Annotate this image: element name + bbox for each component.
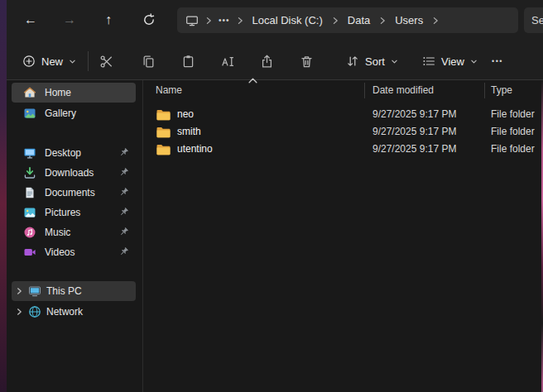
sidebar-item-label: Desktop	[45, 147, 81, 159]
column-resize-handle[interactable]	[484, 83, 485, 98]
more-icon: •••	[492, 57, 503, 65]
refresh-button[interactable]	[137, 7, 161, 32]
home-icon	[23, 86, 36, 99]
file-type: File folder	[491, 106, 535, 123]
back-icon: ←	[24, 12, 37, 27]
sidebar-item-label: Videos	[45, 246, 74, 258]
file-date-modified: 9/27/2025 9:17 PM	[372, 123, 456, 141]
breadcrumb-local-disk[interactable]: Local Disk (C:)	[250, 13, 325, 27]
pin-icon	[118, 207, 129, 218]
file-name: utentino	[177, 141, 213, 158]
rename-button[interactable]	[213, 49, 243, 74]
sidebar-item-this-pc[interactable]: This PC	[12, 281, 136, 301]
this-pc-icon	[28, 284, 41, 298]
column-resize-handle[interactable]	[364, 83, 365, 98]
desktop-edge-left	[0, 0, 7, 392]
file-name: smith	[177, 123, 201, 141]
pin-icon	[118, 167, 129, 179]
breadcrumb-chevron-icon[interactable]	[431, 17, 440, 25]
sort-icon	[346, 55, 359, 68]
paste-button[interactable]	[173, 49, 203, 74]
new-button-label: New	[41, 55, 63, 68]
gallery-icon	[23, 107, 36, 120]
sidebar-item-desktop[interactable]: Desktop	[12, 143, 136, 163]
sidebar-item-label: Gallery	[45, 108, 76, 119]
chevron-down-icon	[470, 58, 478, 65]
sidebar-item-label: This PC	[46, 285, 82, 297]
sort-button-label: Sort	[365, 55, 385, 68]
file-date-modified: 9/27/2025 9:17 PM	[372, 106, 456, 123]
breadcrumb-chevron-icon[interactable]	[236, 17, 244, 25]
share-icon	[260, 55, 274, 69]
view-button[interactable]: View	[414, 49, 486, 74]
share-button[interactable]	[252, 49, 281, 74]
breadcrumb-chevron-icon[interactable]	[378, 17, 387, 25]
file-explorer-window: ← → ↑ ••• Local Disk (C:)	[0, 0, 543, 392]
pin-icon	[118, 246, 129, 258]
delete-button[interactable]	[291, 49, 321, 74]
file-type: File folder	[491, 141, 535, 158]
pin-icon	[118, 147, 129, 159]
back-button[interactable]: ←	[18, 7, 43, 32]
documents-icon	[23, 186, 36, 199]
sidebar-item-home[interactable]: Home	[12, 83, 136, 103]
see-more-button[interactable]: •••	[483, 49, 512, 74]
sort-button[interactable]: Sort	[338, 49, 406, 74]
chevron-down-icon	[391, 58, 398, 65]
breadcrumb-ellipsis[interactable]: •••	[219, 16, 230, 25]
videos-icon	[23, 246, 36, 259]
paste-icon	[181, 55, 195, 69]
chevron-right-icon[interactable]	[15, 308, 23, 316]
forward-button[interactable]: →	[57, 7, 82, 32]
breadcrumb-chevron-icon[interactable]	[331, 17, 339, 25]
music-icon	[23, 226, 36, 239]
sidebar-item-label: Music	[45, 227, 70, 238]
sidebar-item-label: Home	[45, 87, 71, 98]
file-row-neo[interactable]: neo 9/27/2025 9:17 PM File folder	[143, 106, 543, 123]
pin-icon	[118, 187, 129, 198]
forward-icon: →	[63, 12, 76, 27]
sidebar-item-videos[interactable]: Videos	[12, 242, 136, 262]
search-input[interactable]: Se	[524, 7, 543, 33]
copy-icon	[142, 55, 156, 69]
sidebar-item-network[interactable]: Network	[12, 302, 136, 322]
desktop-icon	[23, 146, 36, 160]
address-bar[interactable]: ••• Local Disk (C:) Data Users	[177, 7, 518, 33]
folder-icon	[156, 127, 171, 138]
refresh-icon	[142, 13, 156, 26]
view-icon	[422, 55, 435, 68]
copy-button[interactable]	[133, 49, 163, 74]
folder-icon	[156, 109, 171, 121]
file-row-smith[interactable]: smith 9/27/2025 9:17 PM File folder	[143, 123, 543, 141]
breadcrumb-data[interactable]: Data	[345, 13, 372, 27]
new-button[interactable]: New	[14, 49, 84, 74]
sidebar-item-downloads[interactable]: Downloads	[12, 163, 136, 183]
sidebar-item-documents[interactable]: Documents	[12, 183, 136, 203]
toolbar-divider	[88, 51, 89, 71]
sidebar-item-label: Downloads	[45, 167, 94, 179]
column-header-date-modified[interactable]: Date modified	[372, 80, 434, 101]
pin-icon	[118, 227, 129, 238]
chevron-right-icon[interactable]	[15, 287, 23, 295]
up-button[interactable]: ↑	[96, 7, 121, 32]
sidebar-item-music[interactable]: Music	[12, 222, 136, 242]
file-row-utentino[interactable]: utentino 9/27/2025 9:17 PM File folder	[143, 141, 543, 158]
column-header-type[interactable]: Type	[491, 80, 512, 101]
view-button-label: View	[441, 55, 464, 68]
cut-button[interactable]	[91, 49, 121, 74]
breadcrumb-users[interactable]: Users	[392, 13, 425, 27]
downloads-icon	[23, 166, 36, 179]
trash-icon	[300, 55, 314, 69]
sidebar-item-label: Documents	[45, 187, 95, 198]
plus-circle-icon	[22, 55, 36, 68]
sidebar-item-gallery[interactable]: Gallery	[12, 103, 136, 123]
sidebar-item-label: Network	[46, 306, 83, 318]
folder-icon	[156, 144, 171, 155]
breadcrumb-chevron-icon[interactable]	[204, 17, 213, 25]
this-pc-icon	[185, 14, 199, 27]
sort-ascending-icon	[248, 78, 257, 84]
file-name: neo	[177, 106, 194, 123]
column-header-name[interactable]: Name	[156, 80, 182, 101]
sidebar-item-pictures[interactable]: Pictures	[12, 203, 136, 222]
sidebar-item-label: Pictures	[45, 207, 80, 218]
